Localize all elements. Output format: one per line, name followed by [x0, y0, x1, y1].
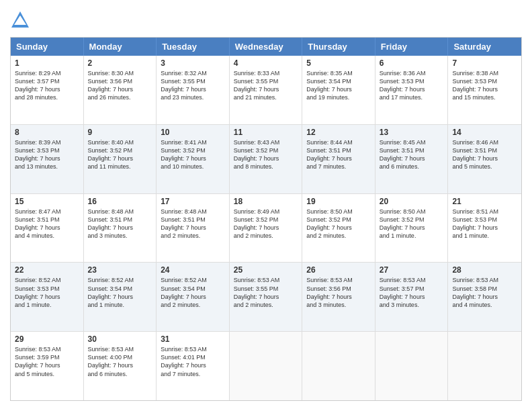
cal-cell: 4Sunrise: 8:33 AM Sunset: 3:55 PM Daylig… [230, 56, 303, 124]
day-number: 28 [452, 265, 517, 275]
cal-cell: 10Sunrise: 8:41 AM Sunset: 3:52 PM Dayli… [157, 125, 230, 193]
cal-cell: 24Sunrise: 8:52 AM Sunset: 3:54 PM Dayli… [157, 263, 230, 331]
day-number: 23 [88, 265, 152, 275]
cal-cell: 14Sunrise: 8:46 AM Sunset: 3:51 PM Dayli… [448, 125, 521, 193]
logo [10, 10, 33, 30]
cell-info: Sunrise: 8:53 AM Sunset: 3:55 PM Dayligh… [234, 276, 298, 309]
cal-cell: 7Sunrise: 8:38 AM Sunset: 3:53 PM Daylig… [448, 56, 521, 124]
day-number: 17 [161, 197, 225, 206]
day-number: 27 [380, 265, 444, 275]
header-day-wednesday: Wednesday [230, 38, 303, 56]
cal-cell: 13Sunrise: 8:45 AM Sunset: 3:51 PM Dayli… [375, 125, 449, 193]
cal-cell: 27Sunrise: 8:53 AM Sunset: 3:57 PM Dayli… [375, 263, 449, 331]
cell-info: Sunrise: 8:50 AM Sunset: 3:52 PM Dayligh… [380, 208, 444, 240]
day-number: 1 [15, 58, 79, 68]
header-day-sunday: Sunday [11, 38, 84, 56]
cell-info: Sunrise: 8:51 AM Sunset: 3:53 PM Dayligh… [452, 208, 517, 240]
day-number: 15 [15, 197, 79, 206]
day-number: 3 [161, 58, 225, 68]
calendar-row-4: 29Sunrise: 8:53 AM Sunset: 3:59 PM Dayli… [11, 331, 521, 400]
day-number: 10 [161, 128, 225, 137]
cell-info: Sunrise: 8:48 AM Sunset: 3:51 PM Dayligh… [88, 208, 152, 240]
day-number: 8 [15, 128, 79, 137]
cal-cell: 3Sunrise: 8:32 AM Sunset: 3:55 PM Daylig… [157, 56, 230, 124]
cal-cell: 18Sunrise: 8:49 AM Sunset: 3:52 PM Dayli… [230, 194, 303, 263]
cell-info: Sunrise: 8:46 AM Sunset: 3:51 PM Dayligh… [452, 138, 517, 171]
cell-info: Sunrise: 8:53 AM Sunset: 3:59 PM Dayligh… [15, 345, 79, 378]
cell-info: Sunrise: 8:30 AM Sunset: 3:56 PM Dayligh… [88, 69, 152, 102]
calendar-body: 1Sunrise: 8:29 AM Sunset: 3:57 PM Daylig… [11, 56, 521, 400]
cal-cell: 25Sunrise: 8:53 AM Sunset: 3:55 PM Dayli… [230, 263, 303, 331]
cal-cell: 23Sunrise: 8:52 AM Sunset: 3:54 PM Dayli… [84, 263, 157, 331]
day-number: 13 [380, 128, 444, 137]
day-number: 20 [380, 197, 444, 206]
calendar-header: SundayMondayTuesdayWednesdayThursdayFrid… [11, 38, 521, 56]
day-number: 30 [88, 334, 152, 344]
cell-info: Sunrise: 8:45 AM Sunset: 3:51 PM Dayligh… [380, 138, 444, 171]
cell-info: Sunrise: 8:48 AM Sunset: 3:51 PM Dayligh… [161, 208, 225, 240]
cal-cell: 19Sunrise: 8:50 AM Sunset: 3:52 PM Dayli… [302, 194, 375, 263]
day-number: 4 [234, 58, 298, 68]
cell-info: Sunrise: 8:52 AM Sunset: 3:54 PM Dayligh… [161, 276, 225, 309]
cell-info: Sunrise: 8:38 AM Sunset: 3:53 PM Dayligh… [452, 69, 517, 102]
cal-cell: 29Sunrise: 8:53 AM Sunset: 3:59 PM Dayli… [11, 332, 84, 400]
header [10, 10, 522, 30]
day-number: 16 [88, 197, 152, 206]
day-number: 19 [306, 197, 371, 206]
cell-info: Sunrise: 8:47 AM Sunset: 3:51 PM Dayligh… [15, 208, 79, 240]
day-number: 9 [88, 128, 152, 137]
cell-info: Sunrise: 8:41 AM Sunset: 3:52 PM Dayligh… [161, 138, 225, 171]
calendar: SundayMondayTuesdayWednesdayThursdayFrid… [10, 37, 522, 401]
cal-cell: 2Sunrise: 8:30 AM Sunset: 3:56 PM Daylig… [84, 56, 157, 124]
cal-cell: 17Sunrise: 8:48 AM Sunset: 3:51 PM Dayli… [157, 194, 230, 263]
cal-cell: 5Sunrise: 8:35 AM Sunset: 3:54 PM Daylig… [302, 56, 375, 124]
page: SundayMondayTuesdayWednesdayThursdayFrid… [0, 0, 532, 411]
cal-cell: 30Sunrise: 8:53 AM Sunset: 4:00 PM Dayli… [84, 332, 157, 400]
cal-cell: 28Sunrise: 8:53 AM Sunset: 3:58 PM Dayli… [448, 263, 521, 331]
day-number: 31 [161, 334, 225, 344]
cell-info: Sunrise: 8:40 AM Sunset: 3:52 PM Dayligh… [88, 138, 152, 171]
calendar-row-2: 15Sunrise: 8:47 AM Sunset: 3:51 PM Dayli… [11, 193, 521, 263]
header-day-monday: Monday [84, 38, 157, 56]
cell-info: Sunrise: 8:49 AM Sunset: 3:52 PM Dayligh… [234, 208, 298, 240]
day-number: 12 [306, 128, 371, 137]
cal-cell: 12Sunrise: 8:44 AM Sunset: 3:51 PM Dayli… [302, 125, 375, 193]
day-number: 7 [452, 58, 517, 68]
cell-info: Sunrise: 8:53 AM Sunset: 3:57 PM Dayligh… [380, 276, 444, 309]
cal-cell: 11Sunrise: 8:43 AM Sunset: 3:52 PM Dayli… [230, 125, 303, 193]
cal-cell: 31Sunrise: 8:53 AM Sunset: 4:01 PM Dayli… [157, 332, 230, 400]
cal-cell: 8Sunrise: 8:39 AM Sunset: 3:53 PM Daylig… [11, 125, 84, 193]
cell-info: Sunrise: 8:53 AM Sunset: 4:01 PM Dayligh… [161, 345, 225, 378]
calendar-row-3: 22Sunrise: 8:52 AM Sunset: 3:53 PM Dayli… [11, 262, 521, 331]
header-day-tuesday: Tuesday [157, 38, 230, 56]
header-day-friday: Friday [375, 38, 449, 56]
day-number: 5 [306, 58, 371, 68]
cal-cell [375, 332, 449, 400]
cal-cell: 21Sunrise: 8:51 AM Sunset: 3:53 PM Dayli… [448, 194, 521, 263]
cal-cell: 15Sunrise: 8:47 AM Sunset: 3:51 PM Dayli… [11, 194, 84, 263]
header-day-saturday: Saturday [448, 38, 521, 56]
day-number: 14 [452, 128, 517, 137]
cell-info: Sunrise: 8:53 AM Sunset: 3:58 PM Dayligh… [452, 276, 517, 309]
cal-cell: 20Sunrise: 8:50 AM Sunset: 3:52 PM Dayli… [375, 194, 449, 263]
day-number: 25 [234, 265, 298, 275]
day-number: 2 [88, 58, 152, 68]
cell-info: Sunrise: 8:44 AM Sunset: 3:51 PM Dayligh… [306, 138, 371, 171]
cell-info: Sunrise: 8:50 AM Sunset: 3:52 PM Dayligh… [306, 208, 371, 240]
cell-info: Sunrise: 8:33 AM Sunset: 3:55 PM Dayligh… [234, 69, 298, 102]
day-number: 11 [234, 128, 298, 137]
cell-info: Sunrise: 8:43 AM Sunset: 3:52 PM Dayligh… [234, 138, 298, 171]
cell-info: Sunrise: 8:52 AM Sunset: 3:53 PM Dayligh… [15, 276, 79, 309]
day-number: 18 [234, 197, 298, 206]
cal-cell [230, 332, 303, 400]
day-number: 6 [380, 58, 444, 68]
day-number: 24 [161, 265, 225, 275]
cal-cell: 9Sunrise: 8:40 AM Sunset: 3:52 PM Daylig… [84, 125, 157, 193]
cell-info: Sunrise: 8:29 AM Sunset: 3:57 PM Dayligh… [15, 69, 79, 102]
day-number: 26 [306, 265, 371, 275]
day-number: 21 [452, 197, 517, 206]
calendar-row-1: 8Sunrise: 8:39 AM Sunset: 3:53 PM Daylig… [11, 124, 521, 193]
day-number: 22 [15, 265, 79, 275]
logo-icon [10, 10, 30, 30]
cell-info: Sunrise: 8:39 AM Sunset: 3:53 PM Dayligh… [15, 138, 79, 171]
